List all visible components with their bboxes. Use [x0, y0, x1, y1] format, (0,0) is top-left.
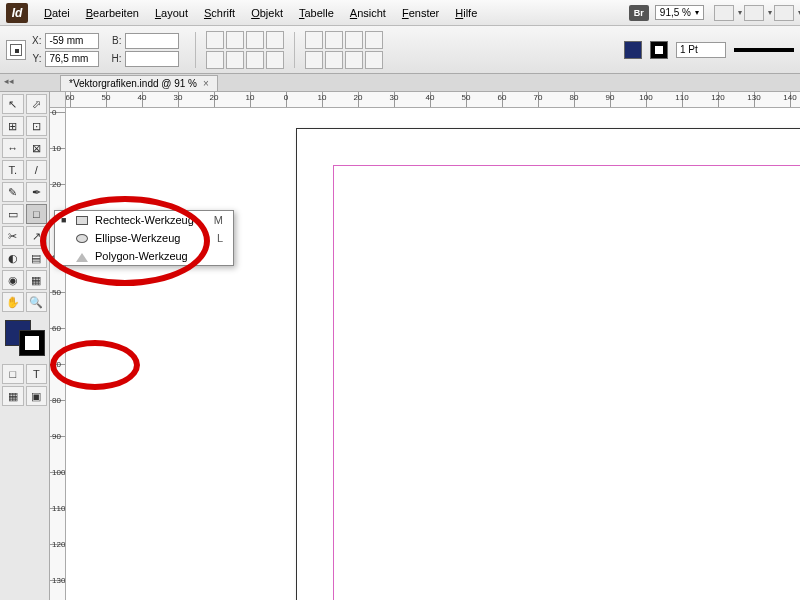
direct-selection-tool[interactable]: ⬀ — [26, 94, 48, 114]
zoom-level[interactable]: 91,5 % — [655, 5, 704, 20]
page-tool[interactable]: ⊞ — [2, 116, 24, 136]
fill-stroke-swatches[interactable] — [3, 318, 47, 358]
stroke-color-icon[interactable] — [19, 330, 45, 356]
ellipse-icon — [75, 232, 89, 244]
pen-tool[interactable]: ✎ — [2, 182, 24, 202]
flyout-label: Rechteck-Werkzeug — [95, 214, 194, 226]
arrange-icon[interactable] — [744, 5, 764, 21]
gap-tool[interactable]: ⊡ — [26, 116, 48, 136]
fill-swatch[interactable] — [624, 41, 642, 59]
document-tab[interactable]: *Vektorgrafiken.indd @ 91 % × — [60, 75, 218, 91]
horizontal-ruler[interactable]: 6050403020100102030405060708090100110120… — [66, 92, 800, 108]
selected-mark-icon: ■ — [61, 215, 69, 225]
close-icon[interactable]: × — [203, 78, 209, 89]
note-tool[interactable]: ◉ — [2, 270, 24, 290]
y-label: Y: — [32, 53, 41, 64]
flyout-shortcut: L — [203, 232, 223, 244]
content-placer-tool[interactable]: ⊠ — [26, 138, 48, 158]
selection-tool[interactable]: ↖ — [2, 94, 24, 114]
apply-text-icon[interactable]: T — [26, 364, 48, 384]
rotate-ccw-icon[interactable] — [226, 51, 244, 69]
preview-view-icon[interactable]: ▣ — [26, 386, 48, 406]
w-field[interactable] — [125, 33, 179, 49]
rotate-cw-icon[interactable] — [246, 51, 264, 69]
menu-bar: Id Datei Bearbeiten Layout Schrift Objek… — [0, 0, 800, 26]
rotate-icon[interactable] — [206, 31, 224, 49]
rectangle-tool[interactable]: □ — [26, 204, 48, 224]
bridge-icon[interactable]: Br — [629, 5, 649, 21]
menu-tabelle[interactable]: Tabelle — [293, 4, 340, 22]
fitting-icon[interactable] — [325, 51, 343, 69]
flyout-shortcut: M — [200, 214, 223, 226]
screen-mode-icon[interactable] — [714, 5, 734, 21]
type-tool[interactable]: T. — [2, 160, 24, 180]
stroke-weight-field[interactable]: 1 Pt — [676, 42, 726, 58]
document-tab-title: *Vektorgrafiken.indd @ 91 % — [69, 78, 197, 89]
canvas[interactable] — [66, 108, 800, 600]
ruler-origin[interactable] — [50, 92, 66, 108]
vertical-ruler[interactable]: 0102030405060708090100110120130 — [50, 108, 66, 600]
opacity-icon[interactable] — [365, 51, 383, 69]
menu-objekt[interactable]: Objekt — [245, 4, 289, 22]
x-label: X: — [32, 35, 41, 46]
gradient-feather-tool[interactable]: ▤ — [26, 248, 48, 268]
transform-buttons — [206, 31, 284, 69]
align-icon[interactable] — [266, 51, 284, 69]
flyout-ellipse[interactable]: Ellipse-Werkzeug L — [55, 229, 233, 247]
app-logo: Id — [6, 3, 28, 23]
control-bar: X: -59 mm Y: 76,5 mm B: H: 1 Pt — [0, 26, 800, 74]
flip-v-icon[interactable] — [246, 31, 264, 49]
h-label: H: — [111, 53, 121, 64]
gradient-swatch-tool[interactable]: ◐ — [2, 248, 24, 268]
rectangle-frame-tool[interactable]: ▭ — [2, 204, 24, 224]
select-container-icon[interactable] — [305, 31, 323, 49]
document-tab-bar: ◂◂ *Vektorgrafiken.indd @ 91 % × — [0, 74, 800, 92]
stroke-style-icon[interactable] — [734, 48, 794, 52]
line-tool[interactable]: / — [26, 160, 48, 180]
hand-tool[interactable]: ✋ — [2, 292, 24, 312]
free-transform-tool[interactable]: ↗ — [26, 226, 48, 246]
w-label: B: — [111, 35, 121, 46]
apply-color-icon[interactable]: □ — [2, 364, 24, 384]
menu-ansicht[interactable]: Ansicht — [344, 4, 392, 22]
scissors-tool[interactable]: ✂ — [2, 226, 24, 246]
effects-icon[interactable] — [305, 51, 323, 69]
flyout-label: Polygon-Werkzeug — [95, 250, 188, 262]
zoom-tool[interactable]: 🔍 — [26, 292, 48, 312]
menu-fenster[interactable]: Fenster — [396, 4, 445, 22]
margin-guide — [333, 165, 800, 600]
menu-layout[interactable]: Layout — [149, 4, 194, 22]
flyout-rectangle[interactable]: ■ Rechteck-Werkzeug M — [55, 211, 233, 229]
shear-icon[interactable] — [266, 31, 284, 49]
main-area: ↖⬀ ⊞⊡ ↔⊠ T./ ✎✒ ▭□ ✂↗ ◐▤ ◉▦ ✋🔍 □T ▦▣ 605… — [0, 92, 800, 600]
reference-point-icon[interactable] — [6, 40, 26, 60]
flyout-label: Ellipse-Werkzeug — [95, 232, 180, 244]
object-buttons — [305, 31, 383, 69]
select-content-icon[interactable] — [325, 31, 343, 49]
h-field[interactable] — [125, 51, 179, 67]
text-wrap-icon[interactable] — [345, 31, 363, 49]
normal-view-icon[interactable]: ▦ — [2, 386, 24, 406]
toolbox: ↖⬀ ⊞⊡ ↔⊠ T./ ✎✒ ▭□ ✂↗ ◐▤ ◉▦ ✋🔍 □T ▦▣ — [0, 92, 50, 600]
workspace-icon[interactable] — [774, 5, 794, 21]
content-collector-tool[interactable]: ↔ — [2, 138, 24, 158]
pasteboard — [66, 108, 800, 600]
menu-datei[interactable]: Datei — [38, 4, 76, 22]
scale-icon[interactable] — [206, 51, 224, 69]
menu-hilfe[interactable]: Hilfe — [449, 4, 483, 22]
drop-shadow-icon[interactable] — [345, 51, 363, 69]
flip-h-icon[interactable] — [226, 31, 244, 49]
eyedropper-tool[interactable]: ▦ — [26, 270, 48, 290]
menu-bearbeiten[interactable]: Bearbeiten — [80, 4, 145, 22]
y-field[interactable]: 76,5 mm — [45, 51, 99, 67]
menu-schrift[interactable]: Schrift — [198, 4, 241, 22]
x-field[interactable]: -59 mm — [45, 33, 99, 49]
stroke-swatch[interactable] — [650, 41, 668, 59]
pencil-tool[interactable]: ✒ — [26, 182, 48, 202]
corner-icon[interactable] — [365, 31, 383, 49]
flyout-polygon[interactable]: Polygon-Werkzeug — [55, 247, 233, 265]
polygon-icon — [75, 250, 89, 262]
collapse-icon[interactable]: ◂◂ — [4, 76, 14, 86]
work-area: 6050403020100102030405060708090100110120… — [50, 92, 800, 600]
rectangle-icon — [75, 214, 89, 226]
